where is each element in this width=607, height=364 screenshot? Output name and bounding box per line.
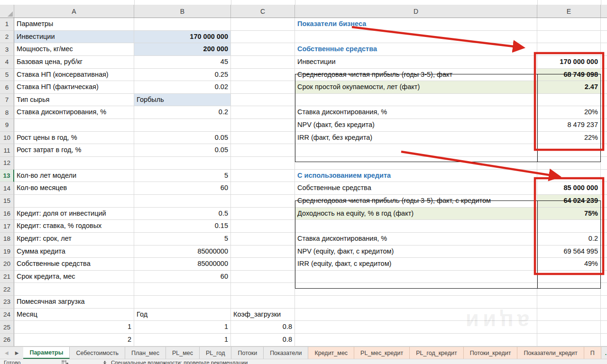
cell-E7[interactable] (537, 94, 601, 107)
cell-A2[interactable]: Инвестиции (14, 31, 134, 44)
cell-E5[interactable]: 68 749 098 (537, 69, 601, 82)
cell-D23[interactable] (295, 296, 537, 309)
cell-B7[interactable]: Горбыль (134, 94, 231, 107)
cell-D6[interactable]: Срок простой окупаемости, лет (факт) (295, 81, 537, 94)
cell-E23[interactable] (537, 296, 601, 309)
cell-E10[interactable]: 22% (537, 132, 601, 145)
cell-E3[interactable] (537, 43, 601, 56)
accessibility-status[interactable]: Специальные возможности: проверьте реком… (101, 359, 248, 364)
cell-D13[interactable]: С использованием кредита (295, 170, 537, 182)
cell-A21[interactable]: Срок кредита, мес (14, 271, 134, 283)
row-header-20[interactable]: 20 (0, 258, 14, 271)
cell-A16[interactable]: Кредит: доля от инвестиций (14, 208, 134, 220)
cell-D20[interactable]: IRR (equity, факт, с кредитом) (295, 258, 537, 271)
cell-C6[interactable] (231, 81, 295, 94)
cell-B3[interactable]: 200 000 (134, 43, 231, 56)
cell-C5[interactable] (231, 69, 295, 82)
cell-D26[interactable] (295, 334, 537, 346)
tabs-scroll-right-icon[interactable]: ▶ (15, 350, 19, 355)
row-header-18[interactable]: 18 (0, 233, 14, 246)
cell-C9[interactable] (231, 119, 295, 132)
cell-B10[interactable]: 0.05 (134, 132, 231, 145)
cell-C13[interactable] (231, 170, 295, 182)
cell-E15[interactable]: 64 024 239 (537, 195, 601, 208)
cell-E17[interactable] (537, 220, 601, 233)
column-header-C[interactable]: C (231, 5, 295, 18)
cell-D12[interactable] (295, 157, 537, 170)
row-header-9[interactable]: 9 (0, 119, 14, 132)
cell-D21[interactable] (295, 271, 537, 283)
cell-C22[interactable] (231, 283, 295, 296)
cell-E22[interactable] (537, 283, 601, 296)
cell-C2[interactable] (231, 31, 295, 44)
row-header-13[interactable]: 13 (0, 170, 14, 182)
row-header-7[interactable]: 7 (0, 94, 14, 107)
cell-B19[interactable]: 85000000 (134, 246, 231, 258)
sheet-tab-Потоки[interactable]: Потоки (231, 347, 264, 359)
cell-A1[interactable]: Параметры (14, 18, 134, 31)
row-header-26[interactable]: 26 (0, 334, 14, 346)
row-header-19[interactable]: 19 (0, 246, 14, 258)
cell-C19[interactable] (231, 246, 295, 258)
cell-D24[interactable] (295, 309, 537, 321)
cell-D22[interactable] (295, 283, 537, 296)
row-header-3[interactable]: 3 (0, 43, 14, 56)
column-header-D[interactable]: D (295, 5, 537, 18)
cell-C23[interactable] (231, 296, 295, 309)
cell-D8[interactable]: Ставка дисконтирования, % (295, 106, 537, 119)
cell-D7[interactable] (295, 94, 537, 107)
cell-B14[interactable]: 60 (134, 182, 231, 195)
cell-A17[interactable]: Кредит: ставка, % годовых (14, 220, 134, 233)
cell-E20[interactable]: 49% (537, 258, 601, 271)
sheet-tab-Показатели[interactable]: Показатели (264, 347, 308, 359)
cell-E25[interactable] (537, 321, 601, 334)
cell-D18[interactable]: Ставка дисконтирования, % (295, 233, 537, 246)
cell-A25[interactable]: 1 (14, 321, 134, 334)
cell-E6[interactable]: 2.47 (537, 81, 601, 94)
cell-B15[interactable] (134, 195, 231, 208)
row-header-21[interactable]: 21 (0, 271, 14, 283)
column-header-A[interactable]: A (14, 5, 134, 18)
cell-C1[interactable] (231, 18, 295, 31)
cell-E21[interactable] (537, 271, 601, 283)
sheet-tab-PL_мес[interactable]: PL_мес (166, 347, 200, 359)
cell-C17[interactable] (231, 220, 295, 233)
cell-C4[interactable] (231, 56, 295, 69)
cell-C12[interactable] (231, 157, 295, 170)
sheet-tab-Показатели_кредит[interactable]: Показатели_кредит (517, 347, 584, 359)
row-header-25[interactable]: 25 (0, 321, 14, 334)
cell-B22[interactable] (134, 283, 231, 296)
cell-B21[interactable]: 60 (134, 271, 231, 283)
row-header-22[interactable]: 22 (0, 283, 14, 296)
cell-E11[interactable] (537, 144, 601, 157)
cell-C15[interactable] (231, 195, 295, 208)
column-header-E[interactable]: E (537, 5, 601, 18)
sheet-tab-PL_год_кредит[interactable]: PL_год_кредит (410, 347, 464, 359)
cell-E12[interactable] (537, 157, 601, 170)
row-header-10[interactable]: 10 (0, 132, 14, 145)
cell-E1[interactable] (537, 18, 601, 31)
cell-B11[interactable]: 0.05 (134, 144, 231, 157)
cell-E16[interactable]: 75% (537, 208, 601, 220)
cell-C7[interactable] (231, 94, 295, 107)
cell-D25[interactable] (295, 321, 537, 334)
tabs-more-ellipsis[interactable]: ... (601, 347, 607, 359)
row-header-1[interactable]: 1 (0, 18, 14, 31)
cell-C26[interactable]: 0.8 (231, 334, 295, 346)
cell-E19[interactable]: 69 564 995 (537, 246, 601, 258)
row-header-4[interactable]: 4 (0, 56, 14, 69)
row-header-6[interactable]: 6 (0, 81, 14, 94)
cell-D15[interactable]: Среднегодовая чистая прибыль (годы 3-5),… (295, 195, 537, 208)
cell-C14[interactable] (231, 182, 295, 195)
cell-D9[interactable]: NPV (факт, без кредита) (295, 119, 537, 132)
cell-B9[interactable] (134, 119, 231, 132)
row-header-24[interactable]: 24 (0, 309, 14, 321)
cell-D1[interactable]: Показатели бизнеса (295, 18, 537, 31)
cell-B8[interactable]: 0.2 (134, 106, 231, 119)
cell-E13[interactable] (537, 170, 601, 182)
cell-E9[interactable]: 8 479 237 (537, 119, 601, 132)
cell-D11[interactable] (295, 144, 537, 157)
row-header-15[interactable]: 15 (0, 195, 14, 208)
cell-A23[interactable]: Помесячная загрузка (14, 296, 134, 309)
sheet-tab-П[interactable]: П (584, 347, 601, 359)
